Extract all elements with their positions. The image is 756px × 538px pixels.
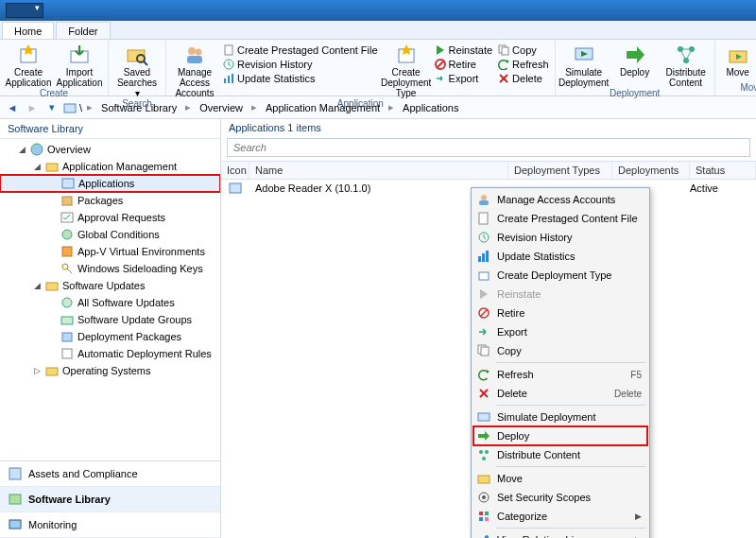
svg-rect-79 xyxy=(479,517,483,521)
search-input[interactable] xyxy=(227,138,750,157)
tab-folder[interactable]: Folder xyxy=(56,22,110,39)
tree-software-updates[interactable]: ◢Software Updates xyxy=(0,277,220,294)
tree-sw-groups[interactable]: Software Update Groups xyxy=(0,311,220,328)
col-deployments[interactable]: Deployments xyxy=(612,162,690,179)
cm-revision[interactable]: Revision History xyxy=(473,228,647,247)
svg-marker-70 xyxy=(478,431,490,441)
tree-overview[interactable]: ◢Overview xyxy=(0,141,220,158)
tree-all-sw-updates[interactable]: All Software Updates xyxy=(0,294,220,311)
cm-view-rel[interactable]: View Relationships▶ xyxy=(473,530,647,538)
tree-app-mgmt[interactable]: ◢Application Management xyxy=(0,158,220,175)
col-deployment-types[interactable]: Deployment Types xyxy=(508,162,612,179)
distribute-icon xyxy=(675,43,697,66)
svg-rect-43 xyxy=(46,283,58,290)
create-application-button[interactable]: Create Application xyxy=(6,42,51,88)
delete-button[interactable]: Delete xyxy=(498,72,549,85)
cm-security[interactable]: Set Security Scopes xyxy=(473,488,647,507)
ribbon-group-label: Deployment xyxy=(610,88,660,99)
path-root[interactable]: \ xyxy=(79,102,82,113)
cm-manage-access[interactable]: Manage Access Accounts xyxy=(473,190,647,209)
scope-icon xyxy=(477,491,490,504)
saved-searches-button[interactable]: Saved Searches ▾ xyxy=(114,42,160,98)
create-prestaged-content-button[interactable]: Create Prestaged Content File xyxy=(223,43,378,57)
svg-rect-55 xyxy=(479,213,488,224)
row-name: Adobe Reader X (10.1.0) xyxy=(249,182,508,194)
ribbon: Create Application Import Application Cr… xyxy=(0,40,756,96)
cm-export[interactable]: Export xyxy=(473,322,647,341)
move-button[interactable]: Move xyxy=(721,42,755,78)
cm-create-dt[interactable]: Create Deployment Type xyxy=(473,266,647,285)
tree-approval[interactable]: Approval Requests xyxy=(0,209,220,226)
svg-point-73 xyxy=(482,457,486,460)
separator xyxy=(496,405,645,406)
cm-prestaged[interactable]: Create Prestaged Content File xyxy=(473,209,647,228)
pane-assets[interactable]: Assets and Compliance xyxy=(0,461,220,487)
tree-operating-systems[interactable]: ▷Operating Systems xyxy=(0,362,220,379)
globe-small-icon xyxy=(60,228,74,241)
cm-retire[interactable]: Retire xyxy=(473,304,647,322)
cm-update-stats[interactable]: Update Statistics xyxy=(473,247,647,266)
cm-deploy[interactable]: Deploy xyxy=(473,426,647,445)
app-menu-button[interactable] xyxy=(6,3,43,18)
crumb-app-mgmt[interactable]: Application Management xyxy=(262,100,384,115)
reinstate-button[interactable]: Reinstate xyxy=(435,43,492,57)
update-statistics-button[interactable]: Update Statistics xyxy=(223,72,378,85)
distribute-content-button[interactable]: Distribute Content xyxy=(663,42,709,88)
tree-auto-rules[interactable]: Automatic Deployment Rules xyxy=(0,345,220,362)
ribbon-group-label: Move xyxy=(740,82,756,94)
create-deployment-type-button[interactable]: Create Deployment Type xyxy=(384,42,429,98)
export-icon xyxy=(435,73,446,84)
svg-line-42 xyxy=(67,269,72,273)
key-icon xyxy=(60,262,74,275)
tree-packages[interactable]: Packages xyxy=(0,192,220,209)
tree-appv[interactable]: App-V Virtual Environments xyxy=(0,243,220,260)
forward-button[interactable]: ► xyxy=(24,99,41,116)
back-button[interactable]: ◄ xyxy=(4,99,21,116)
svg-rect-51 xyxy=(9,520,21,529)
tree: ◢Overview ◢Application Management Applic… xyxy=(0,139,220,460)
cm-distribute[interactable]: Distribute Content xyxy=(473,445,647,464)
pane-monitoring[interactable]: Monitoring xyxy=(0,512,220,538)
svg-rect-74 xyxy=(478,476,490,483)
tree-applications[interactable]: Applications xyxy=(0,175,220,192)
up-button[interactable]: ▾ xyxy=(43,99,60,116)
svg-point-76 xyxy=(482,495,486,499)
tree-global-cond[interactable]: Global Conditions xyxy=(0,226,220,243)
deploy-button[interactable]: Deploy xyxy=(612,42,658,78)
svg-point-7 xyxy=(196,49,202,56)
import-application-button[interactable]: Import Application xyxy=(57,42,102,88)
simulate-deployment-button[interactable]: Simulate Deployment xyxy=(561,42,607,88)
monitor-icon xyxy=(8,517,23,532)
col-icon[interactable]: Icon xyxy=(221,162,249,179)
crumb-overview[interactable]: Overview xyxy=(196,100,247,115)
cm-copy[interactable]: Copy xyxy=(473,341,647,360)
col-name[interactable]: Name xyxy=(249,162,508,179)
manage-access-accounts-button[interactable]: Manage Access Accounts xyxy=(172,42,217,98)
cm-move[interactable]: Move xyxy=(473,469,647,488)
cm-categorize[interactable]: Categorize▶ xyxy=(473,507,647,526)
cm-simulate[interactable]: Simulate Deployment xyxy=(473,408,647,426)
svg-point-53 xyxy=(481,195,487,200)
tab-home[interactable]: Home xyxy=(2,22,54,39)
svg-line-63 xyxy=(480,309,488,317)
svg-rect-78 xyxy=(485,512,489,515)
col-status[interactable]: Status xyxy=(690,162,756,179)
svg-marker-61 xyxy=(480,289,488,299)
refresh-button[interactable]: Refresh xyxy=(498,58,549,71)
crumb-software-library[interactable]: Software Library xyxy=(97,100,180,115)
revision-history-button[interactable]: Revision History xyxy=(223,58,378,71)
svg-marker-26 xyxy=(627,46,644,63)
crumb-applications[interactable]: Applications xyxy=(399,100,462,115)
search-folder-icon xyxy=(126,43,148,66)
ribbon-group-application: Manage Access Accounts Create Prestaged … xyxy=(166,40,556,95)
export-button[interactable]: Export xyxy=(435,72,492,85)
retire-button[interactable]: Retire xyxy=(435,58,492,71)
copy-button[interactable]: Copy xyxy=(498,43,549,57)
svg-point-6 xyxy=(188,47,196,55)
pane-software-library[interactable]: Software Library xyxy=(0,487,220,512)
cm-refresh[interactable]: RefreshF5 xyxy=(473,365,647,384)
row-icon xyxy=(221,182,249,195)
cm-delete[interactable]: DeleteDelete xyxy=(473,384,647,403)
tree-deploy-pkg[interactable]: Deployment Packages xyxy=(0,328,220,345)
tree-sideload[interactable]: Windows Sideloading Keys xyxy=(0,260,220,277)
